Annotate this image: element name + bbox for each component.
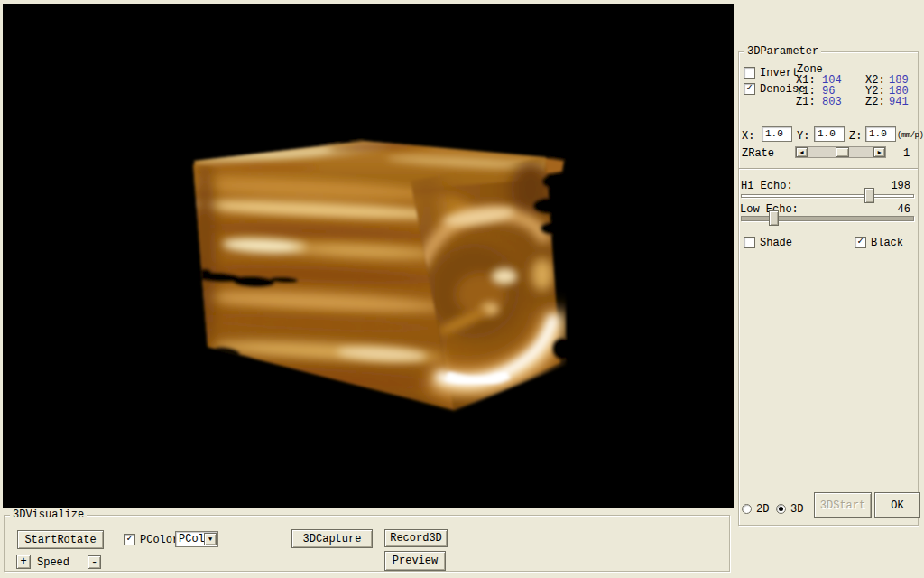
bottom-panel: 3DVisualize StartRotate ✓ PColor PColor … (0, 508, 735, 578)
app-window: { "param_panel": { "title": "3DParameter… (0, 0, 924, 578)
scale-x-label: X: (742, 131, 754, 143)
capture3d-button[interactable]: 3DCapture (291, 529, 373, 548)
scale-z-input[interactable]: 1.0 (865, 126, 896, 142)
zrate-scroll-thumb[interactable] (836, 147, 849, 157)
scale-z-label: Z: (849, 131, 862, 143)
invert-checkbox[interactable] (744, 67, 755, 79)
speed-minus-button[interactable]: - (88, 555, 101, 569)
dropdown-arrow-icon[interactable]: ▼ (204, 533, 217, 545)
denoise-checkbox[interactable]: ✓ (744, 83, 755, 95)
zone-z2-value: 941 (889, 97, 909, 108)
check-icon: ✓ (126, 533, 133, 544)
pcolor-checkbox[interactable]: ✓ (124, 534, 135, 545)
hi-echo-track[interactable] (741, 194, 914, 198)
visualize-group-title: 3DVisualize (10, 508, 87, 521)
mode-3d-radio[interactable] (776, 504, 786, 514)
volume-render (3, 4, 734, 508)
scale-y-label: Y: (797, 131, 809, 143)
pcolor-label: PColor (140, 535, 179, 546)
zone-z1-label: Z1: (796, 97, 816, 108)
visualize-groupbox: 3DVisualize StartRotate ✓ PColor PColor … (4, 515, 730, 572)
scale-x-input[interactable]: 1.0 (762, 126, 792, 142)
zone-z1-value: 803 (822, 97, 842, 108)
mode-2d-label: 2D (756, 504, 769, 516)
pcolor-dropdown[interactable]: PColor ▼ (175, 531, 218, 547)
scale-y-input[interactable]: 1.0 (814, 126, 845, 142)
hi-echo-label: Hi Echo: (741, 181, 793, 192)
low-echo-value: 46 (898, 204, 910, 216)
low-echo-track[interactable] (741, 216, 914, 221)
invert-label: Invert (760, 68, 799, 79)
speed-plus-button[interactable]: + (16, 555, 31, 569)
zrate-label: ZRate (742, 148, 774, 160)
divider (739, 168, 918, 170)
param-groupbox: 3DParameter Invert ✓ Denoise Zone X1: 10… (738, 51, 919, 526)
param-group-title: 3DParameter (744, 45, 821, 58)
shade-checkbox[interactable] (744, 237, 755, 248)
hi-echo-value: 198 (891, 181, 910, 192)
low-echo-slider-thumb[interactable] (769, 210, 779, 226)
scroll-left-icon[interactable]: ◄ (796, 147, 808, 157)
zrate-value: 1 (903, 148, 910, 160)
zrate-scrollbar[interactable]: ◄ ► (795, 146, 886, 158)
black-label: Black (871, 238, 903, 249)
check-icon: ✓ (746, 82, 753, 93)
render-viewport[interactable] (3, 4, 734, 508)
start-rotate-button[interactable]: StartRotate (17, 530, 104, 549)
shade-label: Shade (760, 238, 792, 249)
mode-2d-radio[interactable] (742, 504, 752, 514)
hi-echo-slider-thumb[interactable] (864, 188, 874, 203)
check-icon: ✓ (857, 236, 864, 247)
scroll-right-icon[interactable]: ► (873, 147, 885, 157)
black-checkbox[interactable]: ✓ (855, 237, 866, 248)
preview-button[interactable]: Preview (384, 551, 446, 571)
mode-3d-label: 3D (790, 504, 803, 516)
speed-label: Speed (37, 557, 69, 569)
ok-button[interactable]: OK (874, 492, 920, 518)
scale-unit-label: (mm/p) (897, 130, 923, 142)
zone-z2-label: Z2: (865, 97, 885, 108)
right-panel: 3DParameter Invert ✓ Denoise Zone X1: 10… (735, 0, 924, 578)
record3d-button[interactable]: Record3D (384, 529, 448, 547)
start3d-button[interactable]: 3DStart (814, 492, 872, 518)
